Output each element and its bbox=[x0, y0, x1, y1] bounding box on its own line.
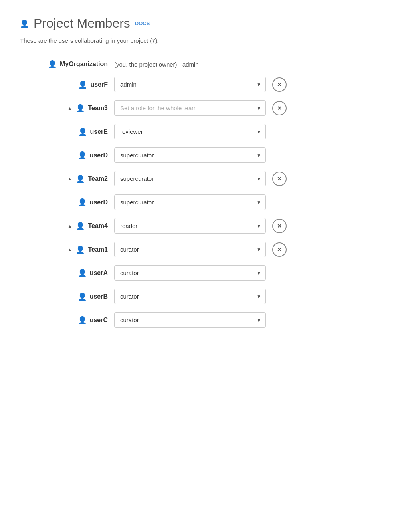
role-select-wrapper-team2: admin supercurator curator reviewer read… bbox=[114, 171, 266, 186]
collapse-icon-team1[interactable]: ▲ bbox=[68, 247, 72, 252]
member-name-col-team3: ▲ 👤 Team3 bbox=[20, 104, 108, 113]
role-select-userF[interactable]: admin supercurator curator reviewer read… bbox=[114, 77, 266, 92]
role-select-wrapper-userC: admin supercurator curator reviewer read… bbox=[114, 312, 266, 328]
member-row-team1: ▲ 👤 Team1 admin supercurator curator rev… bbox=[20, 238, 400, 261]
indent-line-team3-userD bbox=[85, 145, 85, 166]
member-name-team3-userD: userD bbox=[90, 152, 108, 159]
spacer-userE bbox=[272, 125, 287, 139]
remove-icon-team1: ✕ bbox=[277, 246, 282, 253]
member-name-team1: Team1 bbox=[88, 246, 108, 253]
spacer-team2-userD bbox=[272, 195, 287, 210]
collapse-icon-team3[interactable]: ▲ bbox=[68, 106, 72, 111]
collapse-icon-team2[interactable]: ▲ bbox=[68, 176, 72, 181]
role-select-wrapper-userE: admin supercurator curator reviewer read… bbox=[114, 124, 266, 139]
indent-line-team3-userE bbox=[85, 121, 85, 143]
page-title-icon: 👤 bbox=[20, 19, 29, 28]
member-name-userB: userB bbox=[90, 293, 108, 300]
sub-name-group-team1-userB: 👤 userB bbox=[78, 292, 108, 301]
spacer-team3-userD bbox=[272, 148, 287, 162]
sub-member-row-team1-userB: 👤 userB admin supercurator curator revie… bbox=[20, 285, 400, 308]
remove-icon-userF: ✕ bbox=[277, 81, 282, 88]
member-name-col-team2: ▲ 👤 Team2 bbox=[20, 174, 108, 183]
remove-icon-team4: ✕ bbox=[277, 223, 282, 229]
indent-line-team1-userB bbox=[85, 286, 85, 307]
sub-member-row-team1-userC: 👤 userC admin supercurator curator revie… bbox=[20, 308, 400, 332]
user-icon-userE: 👤 bbox=[78, 127, 87, 136]
owner-name-col: 👤 MyOrganization bbox=[20, 60, 108, 69]
sub-name-group-team3-userE: 👤 userE bbox=[78, 127, 108, 136]
role-select-wrapper-team3-userD: admin supercurator curator reviewer read… bbox=[114, 147, 266, 163]
role-select-wrapper-userF: admin supercurator curator reviewer read… bbox=[114, 77, 266, 92]
role-select-userB[interactable]: admin supercurator curator reviewer read… bbox=[114, 289, 266, 304]
owner-info: (you, the project owner) - admin bbox=[114, 61, 199, 68]
role-select-team3[interactable]: Set a role for the whole team admin supe… bbox=[114, 100, 266, 116]
sub-member-row-team3-userE: 👤 userE admin supercurator curator revie… bbox=[20, 120, 400, 143]
collapse-icon-team4[interactable]: ▲ bbox=[68, 224, 72, 228]
member-name-col-team1: ▲ 👤 Team1 bbox=[20, 245, 108, 254]
member-name-userA: userA bbox=[90, 269, 108, 277]
role-select-userA[interactable]: admin supercurator curator reviewer read… bbox=[114, 265, 266, 281]
sub-member-row-team3-userD: 👤 userD admin supercurator curator revie… bbox=[20, 143, 400, 167]
team-icon-team2: 👤 bbox=[76, 174, 85, 183]
member-name-userC: userC bbox=[90, 317, 108, 324]
member-name-userF: userF bbox=[90, 81, 108, 88]
role-select-userC[interactable]: admin supercurator curator reviewer read… bbox=[114, 312, 266, 328]
role-select-wrapper-team2-userD: admin supercurator curator reviewer read… bbox=[114, 194, 266, 210]
sub-name-group-team3-userD: 👤 userD bbox=[78, 151, 108, 160]
spacer-userC bbox=[272, 313, 287, 327]
member-row-team2: ▲ 👤 Team2 admin supercurator curator rev… bbox=[20, 167, 400, 190]
spacer-userB bbox=[272, 289, 287, 304]
member-name-userE: userE bbox=[90, 128, 108, 135]
owner-name: MyOrganization bbox=[60, 61, 108, 68]
role-select-wrapper-team3: Set a role for the whole team admin supe… bbox=[114, 100, 266, 116]
member-row-userF: 👤 userF admin supercurator curator revie… bbox=[20, 73, 400, 96]
indent-line-team1-userA bbox=[85, 262, 85, 284]
owner-row: 👤 MyOrganization (you, the project owner… bbox=[20, 56, 400, 73]
page-title: Project Members bbox=[34, 16, 130, 31]
remove-button-userF[interactable]: ✕ bbox=[272, 77, 287, 92]
indent-line-team2-userD bbox=[85, 192, 85, 213]
remove-button-team4[interactable]: ✕ bbox=[272, 219, 287, 233]
role-select-wrapper-team4: admin supercurator curator reviewer read… bbox=[114, 218, 266, 234]
indent-line-team1-userC bbox=[85, 309, 85, 321]
member-name-col-userF: 👤 userF bbox=[20, 80, 108, 89]
spacer-userA bbox=[272, 266, 287, 280]
sub-name-group-team1-userA: 👤 userA bbox=[78, 269, 108, 277]
member-row-team4: ▲ 👤 Team4 admin supercurator curator rev… bbox=[20, 214, 400, 238]
member-name-team2: Team2 bbox=[88, 175, 108, 182]
role-select-userE[interactable]: admin supercurator curator reviewer read… bbox=[114, 124, 266, 139]
team-icon-team3: 👤 bbox=[76, 104, 85, 113]
page-title-group: 👤 Project Members DOCS bbox=[20, 16, 150, 31]
remove-icon-team3: ✕ bbox=[277, 105, 282, 111]
member-list: 👤 MyOrganization (you, the project owner… bbox=[20, 56, 400, 332]
role-select-wrapper-userB: admin supercurator curator reviewer read… bbox=[114, 289, 266, 304]
owner-icon: 👤 bbox=[48, 60, 57, 69]
member-name-team3: Team3 bbox=[88, 105, 108, 112]
member-name-team2-userD: userD bbox=[90, 199, 108, 206]
role-select-team4[interactable]: admin supercurator curator reviewer read… bbox=[114, 218, 266, 234]
member-row-team3: ▲ 👤 Team3 Set a role for the whole team … bbox=[20, 96, 400, 120]
role-select-team2-userD[interactable]: admin supercurator curator reviewer read… bbox=[114, 194, 266, 210]
team-icon-team4: 👤 bbox=[76, 222, 85, 230]
remove-button-team3[interactable]: ✕ bbox=[272, 101, 287, 115]
user-icon-userF: 👤 bbox=[78, 80, 87, 89]
member-name-col-team4: ▲ 👤 Team4 bbox=[20, 222, 108, 230]
role-select-team1[interactable]: admin supercurator curator reviewer read… bbox=[114, 242, 266, 257]
sub-member-row-team2-userD: 👤 userD admin supercurator curator revie… bbox=[20, 190, 400, 214]
member-name-team4: Team4 bbox=[88, 222, 108, 230]
role-select-team2[interactable]: admin supercurator curator reviewer read… bbox=[114, 171, 266, 186]
docs-link[interactable]: DOCS bbox=[135, 20, 150, 26]
subtitle: These are the users collaborating in you… bbox=[20, 37, 400, 44]
page-header: 👤 Project Members DOCS bbox=[20, 16, 400, 31]
sub-name-group-team1-userC: 👤 userC bbox=[78, 316, 108, 325]
sub-member-row-team1-userA: 👤 userA admin supercurator curator revie… bbox=[20, 261, 400, 285]
sub-name-group-team2-userD: 👤 userD bbox=[78, 198, 108, 207]
team-icon-team1: 👤 bbox=[76, 245, 85, 254]
remove-button-team2[interactable]: ✕ bbox=[272, 172, 287, 186]
role-select-wrapper-team1: admin supercurator curator reviewer read… bbox=[114, 242, 266, 257]
remove-icon-team2: ✕ bbox=[277, 176, 282, 182]
role-select-team3-userD[interactable]: admin supercurator curator reviewer read… bbox=[114, 147, 266, 163]
role-select-wrapper-userA: admin supercurator curator reviewer read… bbox=[114, 265, 266, 281]
remove-button-team1[interactable]: ✕ bbox=[272, 242, 287, 257]
